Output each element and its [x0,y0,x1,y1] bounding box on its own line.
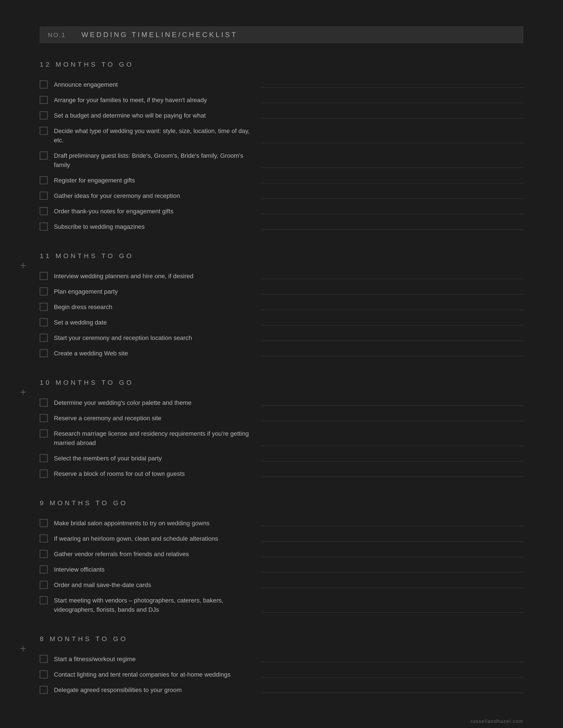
list-item: Decide what type of wedding you want: st… [40,123,523,148]
list-item: Research marriage license and residency … [40,426,523,451]
list-item: Order and mail save-the-date cards [40,577,523,593]
item-text: Reserve a ceremony and reception site [54,414,252,423]
checkbox-8-3[interactable] [40,686,48,694]
item-text: Contact lighting and tent rental compani… [54,670,252,679]
list-item: Arrange for your families to meet, if th… [40,92,523,108]
item-line [261,214,523,214]
checkbox-10-1[interactable] [40,399,48,407]
item-text: Research marriage license and residency … [54,429,252,448]
checkbox-9-3[interactable] [40,550,48,558]
item-line [261,557,523,557]
item-text: Gather vendor referrals from friends and… [54,550,252,559]
item-text: Reserve a block of rooms for out of town… [54,469,252,478]
item-line [261,461,523,461]
item-text: Start your ceremony and reception locati… [54,333,252,343]
item-line [261,693,523,693]
section-header-11months: 11 MONTHS TO GO [40,252,523,260]
item-text: Interview wedding planners and hire one,… [54,272,252,281]
checkbox-9-4[interactable] [40,565,48,573]
list-item: Reserve a block of rooms for out of town… [40,466,523,482]
list-item: Subscribe to wedding magazines [40,219,523,235]
list-item: Register for engagement gifts [40,173,523,188]
item-line [261,341,523,341]
item-text: Make bridal salon appointments to try on… [54,519,252,528]
header-number: No.1 [48,32,66,38]
checkbox-3[interactable] [40,111,48,119]
section-title-10months: 10 MONTHS TO GO [40,379,134,386]
list-item: Select the members of your bridal party [40,451,523,466]
checkbox-11-4[interactable] [40,318,48,326]
item-text: Begin dress research [54,302,252,312]
section-title-12months: 12 MONTHS TO GO [40,61,134,68]
section-10months: + 10 MONTHS TO GO Determine your wedding… [40,379,523,482]
checkbox-9-6[interactable] [40,596,48,604]
section-11months: + 11 MONTHS TO GO Interview wedding plan… [40,252,523,361]
list-item: Start your ceremony and reception locati… [40,330,523,346]
checklist-11months: Interview wedding planners and hire one,… [40,268,523,361]
plus-icon-10months[interactable]: + [20,387,26,398]
item-line [261,356,523,356]
item-line [261,103,523,103]
checklist-10months: Determine your wedding's color palette a… [40,395,523,482]
checkbox-10-3[interactable] [40,430,48,437]
item-line [261,405,523,406]
item-line [261,183,523,183]
item-text: Draft preliminary guest lists: Bride's, … [54,151,252,170]
checkbox-11-1[interactable] [40,272,48,280]
list-item: Make bridal salon appointments to try on… [40,516,523,531]
item-text: Order thank-you notes for engagement gif… [54,207,252,216]
checkbox-5[interactable] [40,152,48,159]
list-item: Delegate agreed responsibilities to your… [40,682,523,698]
list-item: Begin dress research [40,299,523,315]
plus-icon-8months[interactable]: + [20,643,26,654]
header-title: No.1 WEDDING TIMELINE/CHECKLIST [48,31,237,39]
section-9months: 9 MONTHS TO GO Make bridal salon appoint… [40,499,523,617]
list-item: If wearing an heirloom gown, clean and s… [40,531,523,546]
checkbox-10-2[interactable] [40,414,48,422]
checkbox-8-1[interactable] [40,655,48,663]
list-item: Gather ideas for your ceremony and recep… [40,188,523,204]
checkbox-10-5[interactable] [40,470,48,478]
item-text: Decide what type of wedding you want: st… [54,126,252,145]
section-title-9months: 9 MONTHS TO GO [40,499,128,507]
checkbox-11-3[interactable] [40,303,48,311]
checkbox-9-2[interactable] [40,535,48,542]
checkbox-7[interactable] [40,192,48,200]
checkbox-6[interactable] [40,176,48,184]
list-item: Draft preliminary guest lists: Bride's, … [40,148,523,173]
checkbox-11-5[interactable] [40,334,48,342]
section-header-9months: 9 MONTHS TO GO [40,499,523,507]
item-text: If wearing an heirloom gown, clean and s… [54,534,252,543]
checkbox-9-1[interactable] [40,519,48,527]
item-line [261,446,523,446]
checkbox-1[interactable] [40,81,48,88]
list-item: Order thank-you notes for engagement gif… [40,204,523,219]
checkbox-9-5[interactable] [40,581,48,589]
section-header-12months: 12 MONTHS TO GO [40,61,523,68]
checkbox-2[interactable] [40,96,48,104]
checkbox-8[interactable] [40,207,48,215]
checkbox-11-6[interactable] [40,349,48,357]
list-item: Plan engagement party [40,284,523,299]
list-item: Reserve a ceremony and reception site [40,411,523,426]
list-item: Set a budget and determine who will be p… [40,108,523,123]
item-text: Start a fitness/workout regime [54,655,252,664]
plus-icon-11months[interactable]: + [20,260,26,271]
item-text: Start meeting with vendors – photographe… [54,596,252,614]
item-text: Plan engagement party [54,287,252,296]
item-text: Set a wedding date [54,318,252,327]
checklist-9months: Make bridal salon appointments to try on… [40,516,523,617]
checkbox-4[interactable] [40,127,48,135]
checkbox-11-2[interactable] [40,287,48,295]
section-12months: 12 MONTHS TO GO Announce engagement Arra… [40,61,523,235]
item-line [261,143,523,143]
list-item: Create a wedding Web site [40,346,523,361]
checkbox-10-4[interactable] [40,454,48,462]
item-text: Arrange for your families to meet, if th… [54,96,252,105]
item-text: Gather ideas for your ceremony and recep… [54,191,252,201]
checkbox-9[interactable] [40,223,48,231]
page-container: No.1 WEDDING TIMELINE/CHECKLIST 12 MONTH… [0,0,563,728]
checkbox-8-2[interactable] [40,670,48,678]
item-text: Create a wedding Web site [54,349,252,358]
item-line [261,310,523,310]
